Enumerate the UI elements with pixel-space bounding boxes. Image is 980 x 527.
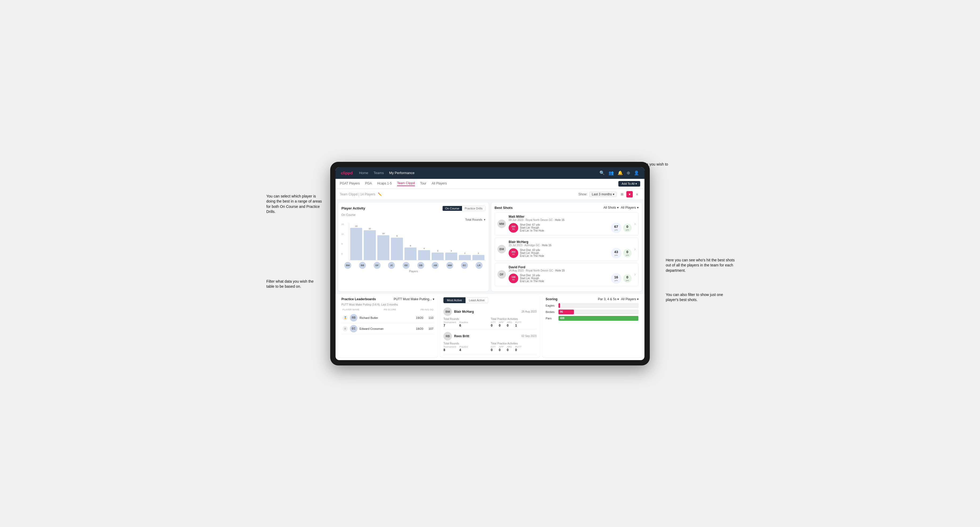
- scoring-bar-wrap-2: 499: [558, 316, 639, 321]
- lb-subtitle: PUTT Must Make Putting (3-6 ft), Last 3 …: [341, 303, 434, 306]
- lb-row-0: 🥇 RB Richard Butler 19/20 110: [341, 313, 434, 323]
- shot-name-0: Matt Miller: [509, 215, 632, 219]
- nav-link-performance[interactable]: My Performance: [389, 171, 414, 175]
- nav-link-home[interactable]: Home: [359, 171, 368, 175]
- sub-nav-tour[interactable]: Tour: [420, 181, 426, 186]
- grid-icon[interactable]: ⊞: [619, 191, 625, 197]
- user-icon[interactable]: 👤: [634, 170, 639, 175]
- scoring-filter: Par 3, 4 & 5s ▾ All Players ▾: [598, 297, 639, 301]
- player-avatar-9: LR: [476, 262, 482, 269]
- par-dropdown[interactable]: Par 3, 4 & 5s ▾: [598, 297, 619, 301]
- nav-link-teams[interactable]: Teams: [374, 171, 384, 175]
- users-icon[interactable]: 👥: [609, 170, 614, 175]
- shot-player-avatar-1: BM: [498, 245, 506, 253]
- player-avatar-8: EC: [461, 262, 468, 269]
- practice-leaderboards-panel: Practice Leaderboards PUTT Must Make Put…: [338, 294, 438, 357]
- bar-col-2: 10: [377, 232, 389, 260]
- shot-stats-1: 200SG Shot Dist: 43 yds Start Lie: Rough…: [509, 248, 632, 259]
- player-avatar-7: MM: [446, 262, 453, 269]
- shot-dist-2: 16yds: [611, 273, 622, 284]
- lb-title: Practice Leaderboards: [341, 297, 376, 301]
- sub-nav: PGAT Players PGA Hcaps 1-5 Team Clippd T…: [336, 179, 644, 189]
- sub-nav-pgat[interactable]: PGAT Players: [340, 181, 360, 186]
- scoring-bar-row-2: Pars 499: [546, 316, 639, 321]
- search-icon[interactable]: 🔍: [600, 170, 605, 175]
- activity-panel-header: Player Activity On Course Practice Drill…: [341, 206, 485, 211]
- sub-nav-pga[interactable]: PGA: [365, 181, 372, 186]
- lb-row-1: ② EC Edward Crossman 18/20 107: [341, 323, 434, 334]
- player-avatar-6: AB: [432, 262, 439, 269]
- y-label-10: 10: [341, 233, 348, 235]
- lb-avg-1: 107: [425, 327, 433, 330]
- bottom-grid: Practice Leaderboards PUTT Must Make Put…: [336, 294, 644, 360]
- activity-avatar-1: RB: [444, 332, 452, 340]
- chart-row: Total Rounds ▾: [341, 218, 485, 221]
- period-dropdown[interactable]: Last 3 months ▾: [589, 192, 617, 197]
- sub-nav-team-clippd[interactable]: Team Clippd: [397, 181, 415, 186]
- shot-arrow-0[interactable]: ›: [634, 221, 636, 226]
- shot-cards: MM Matt Miller 09 Jun 2023 · Royal North…: [495, 213, 639, 286]
- shot-card-0: MM Matt Miller 09 Jun 2023 · Royal North…: [495, 213, 639, 236]
- shot-zero-1: 0yds: [623, 249, 632, 257]
- player-avatar-1: BB: [359, 262, 366, 269]
- active-panel-header: Most Active Least Active: [444, 297, 536, 303]
- player-avatar-2: DF: [374, 262, 380, 269]
- y-label-15: 15: [341, 223, 348, 225]
- most-active-tab[interactable]: Most Active: [444, 297, 465, 303]
- shot-detail-2: 24 Aug 2023 · Royal North Devon GC · Hol…: [509, 269, 632, 272]
- nav-links: Home Teams My Performance: [359, 171, 600, 175]
- y-label-5: 5: [341, 243, 348, 245]
- activity-name-0: Blair McHarg: [454, 310, 474, 314]
- shots-panel-header: Best Shots All Shots ▾ All Players ▾: [495, 206, 639, 210]
- annotation-right-2: You can also filter to show just one pla…: [666, 292, 735, 303]
- list-icon[interactable]: ≡: [634, 191, 640, 197]
- shots-title: Best Shots: [495, 206, 513, 210]
- scoring-players-dropdown[interactable]: All Players ▾: [621, 297, 639, 301]
- lb-name-0: Richard Butler: [360, 316, 414, 319]
- shot-arrow-1[interactable]: ›: [634, 247, 636, 252]
- sg-badge-1: 200SG: [509, 248, 518, 258]
- on-course-btn[interactable]: On Course: [442, 206, 462, 211]
- player-avatar-0: BM: [344, 262, 351, 269]
- annotation-left-1: You can select which player is doing the…: [266, 194, 322, 214]
- scoring-bar-wrap-1: 96: [558, 310, 639, 314]
- lb-name-1: Edward Crossman: [360, 327, 414, 330]
- sub-nav-hcaps[interactable]: Hcaps 1-5: [377, 181, 392, 186]
- least-active-tab[interactable]: Least Active: [466, 297, 488, 303]
- scoring-bar-fill-1: 96: [558, 310, 574, 314]
- heart-icon[interactable]: ♥: [626, 191, 633, 197]
- sub-nav-all-players[interactable]: All Players: [432, 181, 447, 186]
- on-course-label: On Course: [341, 213, 485, 216]
- shot-player-avatar-0: MM: [498, 220, 506, 228]
- nav-icons: 🔍 👥 🔔 ⊕ 👤: [600, 170, 639, 175]
- lb-avg-0: 110: [425, 316, 433, 319]
- lb-score-0: 19/20: [416, 316, 423, 319]
- bar-col-3: 9: [391, 235, 403, 260]
- shot-arrow-2[interactable]: ›: [634, 272, 636, 277]
- shot-detail-1: 23 Jul 2023 · Ashridge GC · Hole 15: [509, 244, 632, 247]
- shot-stats-2: 198SG Shot Dist: 16 yds Start Lie: Rough…: [509, 273, 632, 284]
- filter-chevron[interactable]: ▾: [484, 218, 485, 221]
- add-to-all-button[interactable]: Add To All ▾: [618, 181, 640, 187]
- lb-avatar-1: EC: [350, 325, 357, 332]
- activity-name-1: Rees Britt: [454, 334, 469, 338]
- bar-col-8: 2: [459, 252, 471, 260]
- bell-icon[interactable]: 🔔: [617, 170, 623, 175]
- shot-name-1: Blair McHarg: [509, 240, 632, 244]
- shot-dist-0: 67yds: [611, 222, 622, 233]
- scoring-panel: Scoring Par 3, 4 & 5s ▾ All Players ▾ Ea…: [542, 294, 642, 357]
- lb-avatar-0: RB: [350, 314, 357, 322]
- x-axis-label: Players: [341, 270, 485, 273]
- all-players-dropdown[interactable]: All Players ▾: [621, 206, 639, 210]
- show-label: Show:: [578, 192, 587, 196]
- practice-drills-btn[interactable]: Practice Drills: [462, 206, 485, 211]
- nav-logo: clippd: [341, 171, 353, 175]
- scoring-bars: Eagles 3 Birdies 96 Pars 499: [546, 303, 639, 321]
- all-shots-dropdown[interactable]: All Shots ▾: [603, 206, 619, 210]
- edit-icon[interactable]: ✏️: [378, 192, 382, 196]
- shot-card-1: BM Blair McHarg 23 Jul 2023 · Ashridge G…: [495, 238, 639, 261]
- activity-cards: BM Blair McHarg 26 Aug 2023 Total Rounds…: [444, 305, 536, 354]
- activity-card-1: RB Rees Britt 02 Sep 2023 Total Rounds T…: [444, 330, 536, 354]
- lb-filter-dropdown[interactable]: PUTT Must Make Putting... ▾: [394, 297, 434, 301]
- add-circle-icon[interactable]: ⊕: [627, 170, 630, 175]
